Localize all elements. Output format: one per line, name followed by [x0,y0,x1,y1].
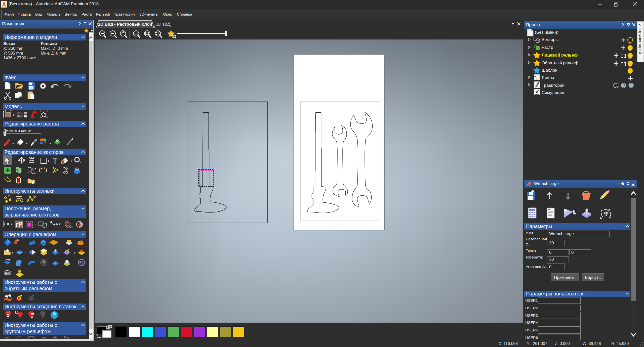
svg-text:3D вид: 3D вид [156,22,170,27]
svg-text:?: ? [621,23,624,27]
svg-text:1:1: 1:1 [134,32,138,35]
svg-text:Лицевой рельеф: Лицевой рельеф [542,53,578,58]
svg-text:Симуляция: Симуляция [542,90,564,95]
svg-text:Шаблон: Шаблон [542,68,557,73]
svg-text:2D Вид - Растровый слой: 2D Вид - Растровый слой [98,22,152,27]
svg-text:(Без имени): (Без имени) [535,30,558,35]
svg-text:Векторы: Векторы [542,37,558,42]
svg-text:Листы: Листы [542,75,554,80]
svg-text:Траектории: Траектории [542,83,565,88]
svg-text:T: T [53,156,58,165]
svg-text:Обратный рельеф: Обратный рельеф [542,61,578,65]
svg-text:?: ? [78,22,81,26]
svg-text:Растр: Растр [542,45,553,50]
